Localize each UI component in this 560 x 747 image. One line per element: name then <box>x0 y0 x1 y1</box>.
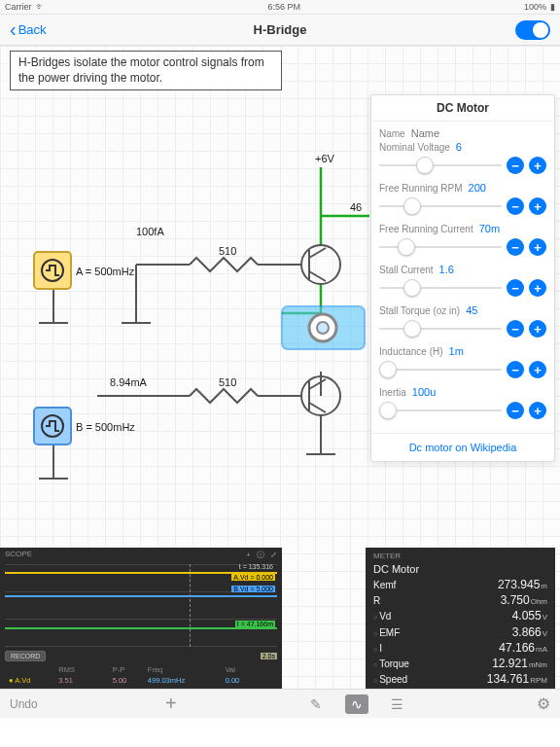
field-label: Inductance (H) <box>379 346 443 357</box>
edit-button[interactable]: ✎ <box>304 694 328 714</box>
battery-icon: ▮ <box>550 2 555 12</box>
slider[interactable] <box>379 287 502 289</box>
field-label: Free Running RPM <box>379 183 463 194</box>
page-title: H-Bridge <box>254 22 307 37</box>
wikipedia-link[interactable]: Dc motor on Wikipedia <box>371 433 554 461</box>
minus-button[interactable]: − <box>507 402 524 419</box>
field-label: Inertia <box>379 387 406 398</box>
toolbar: Undo + ✎ ∿ ☰ ⚙ <box>0 689 560 718</box>
scope-b-label: B.Vd = 5.000 <box>231 586 275 592</box>
plus-button[interactable]: + <box>529 157 546 174</box>
properties-panel[interactable]: DC Motor Name Nominal Voltage 6 − + Free… <box>370 94 555 462</box>
add-button[interactable]: + <box>165 693 177 715</box>
slider[interactable] <box>379 205 502 207</box>
meter-row: Speed 134.761RPM <box>373 671 547 687</box>
slider[interactable] <box>379 409 502 411</box>
record-button[interactable]: RECORD <box>5 651 46 661</box>
svg-text:8.94mA: 8.94mA <box>110 376 148 388</box>
svg-point-33 <box>317 322 329 334</box>
plus-button[interactable]: + <box>529 402 546 419</box>
undo-button[interactable]: Undo <box>10 697 38 711</box>
svg-point-19 <box>301 245 340 284</box>
wave-button[interactable]: ∿ <box>345 694 368 714</box>
svg-line-21 <box>309 248 326 258</box>
slider[interactable] <box>379 164 502 166</box>
meter-row: R 3.750Ohm <box>373 592 547 608</box>
plus-button[interactable]: + <box>529 320 546 338</box>
plus-button[interactable]: + <box>529 197 546 215</box>
scope-expand-button[interactable]: ⤢ <box>270 551 277 559</box>
field-value[interactable]: 100u <box>412 386 546 398</box>
meter-row: Kemf 273.945m <box>373 577 547 592</box>
svg-text:B = 500mHz: B = 500mHz <box>76 421 135 433</box>
clock: 6:56 PM <box>267 2 300 12</box>
back-button[interactable]: Back <box>10 18 47 41</box>
svg-rect-27 <box>34 252 71 289</box>
wifi-icon: ᯤ <box>36 2 45 12</box>
svg-line-25 <box>309 379 326 389</box>
slider[interactable] <box>379 369 502 371</box>
svg-text:+6V: +6V <box>315 153 335 164</box>
svg-text:510: 510 <box>219 245 236 257</box>
field-label: Nominal Voltage <box>379 142 450 153</box>
svg-rect-31 <box>282 306 365 349</box>
circuit-canvas[interactable]: H-Bridges isolate the motor control sign… <box>0 46 560 718</box>
scope-a-label: A.Vd = 0.000 <box>231 574 275 581</box>
info-box: H-Bridges isolate the motor control sign… <box>10 51 282 90</box>
scope-panel[interactable]: SCOPE + ⓘ ⤢ t = 135.316 A.Vd = 0.000 B.V… <box>0 548 282 689</box>
svg-point-29 <box>42 260 63 281</box>
settings-button[interactable]: ⚙ <box>537 694 550 713</box>
name-input[interactable] <box>411 127 546 139</box>
panel-title: DC Motor <box>371 95 554 122</box>
minus-button[interactable]: − <box>507 157 524 174</box>
svg-text:A = 500mHz: A = 500mHz <box>76 266 135 277</box>
svg-text:100fA: 100fA <box>136 226 164 237</box>
svg-text:46: 46 <box>350 201 362 213</box>
field-value[interactable]: 6 <box>456 141 546 153</box>
minus-button[interactable]: − <box>507 320 524 338</box>
field-value[interactable]: 200 <box>469 182 546 194</box>
meter-component: DC Motor <box>373 563 547 575</box>
field-value[interactable]: 45 <box>466 304 546 316</box>
slider[interactable] <box>379 246 502 248</box>
scope-plot[interactable]: t = 135.316 A.Vd = 0.000 B.Vd = 5.000 I … <box>5 564 277 647</box>
field-value[interactable]: 70m <box>479 223 546 234</box>
simulation-toggle[interactable] <box>515 20 550 40</box>
plus-button[interactable]: + <box>529 238 546 256</box>
meter-panel[interactable]: METER DC Motor Kemf 273.945m R 3.750Ohm … <box>366 548 555 689</box>
svg-point-32 <box>309 314 336 341</box>
field-value[interactable]: 1m <box>449 345 546 357</box>
carrier-label: Carrier <box>5 2 32 12</box>
scope-time-cursor: t = 135.316 <box>237 563 275 570</box>
meter-row: Torque 12.921mNm <box>373 656 547 671</box>
minus-button[interactable]: − <box>507 361 524 378</box>
minus-button[interactable]: − <box>507 238 524 256</box>
scope-title: SCOPE <box>5 550 32 560</box>
svg-line-22 <box>309 271 326 281</box>
field-value[interactable]: 1.6 <box>439 264 546 275</box>
scope-add-button[interactable]: + <box>246 551 251 559</box>
svg-point-23 <box>301 376 340 415</box>
battery-pct: 100% <box>524 2 546 12</box>
list-button[interactable]: ☰ <box>386 694 409 714</box>
svg-rect-28 <box>34 408 71 445</box>
meter-row: Vd 4.055V <box>373 608 547 623</box>
scope-i-label: I = 47.166m <box>235 621 275 627</box>
status-bar: Carrier ᯤ 6:56 PM 100% ▮ <box>0 0 560 15</box>
svg-line-26 <box>309 403 326 412</box>
panel-body: Name Nominal Voltage 6 − + Free Running … <box>371 122 554 433</box>
field-label: Stall Current <box>379 265 434 275</box>
slider[interactable] <box>379 328 502 330</box>
meter-row: EMF 3.866V <box>373 624 547 640</box>
minus-button[interactable]: − <box>507 197 524 215</box>
name-label: Name <box>379 128 405 139</box>
plus-button[interactable]: + <box>529 279 546 297</box>
field-label: Stall Torque (oz in) <box>379 305 460 316</box>
scope-info-button[interactable]: ⓘ <box>257 550 264 560</box>
field-label: Free Running Current <box>379 224 473 234</box>
nav-bar: Back H-Bridge <box>0 15 560 46</box>
minus-button[interactable]: − <box>507 279 524 297</box>
meter-row: I 47.166mA <box>373 640 547 656</box>
plus-button[interactable]: + <box>529 361 546 378</box>
meter-title: METER <box>373 551 547 560</box>
